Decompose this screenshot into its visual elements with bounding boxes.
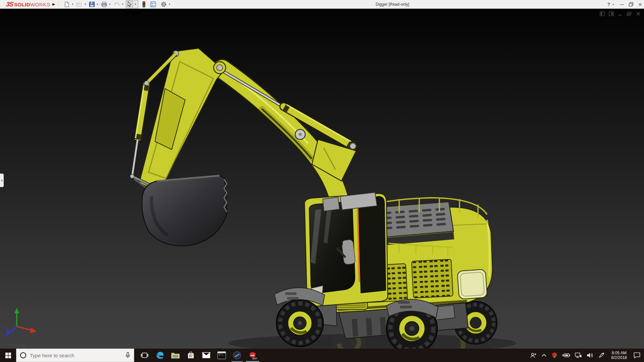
svg-text:2017: 2017 [252, 357, 257, 360]
boom-pin-center [299, 133, 302, 136]
solidworks-logo: 3S SOLID WORKS [0, 1, 50, 8]
menu-flyout-arrow-icon[interactable]: ▶ [52, 2, 55, 6]
view-orientation-label: *Dimetric [7, 343, 26, 348]
new-document-button[interactable] [63, 1, 70, 8]
undo-icon [113, 1, 120, 7]
y-axis-arrow [14, 308, 19, 313]
taskbar-item-edge[interactable] [152, 349, 168, 362]
undo-button[interactable] [113, 1, 120, 8]
microphone-icon[interactable] [125, 352, 130, 359]
new-document-icon [64, 1, 70, 7]
command-prompt-icon: C:\_ [217, 351, 226, 359]
chevron-up-icon[interactable] [541, 354, 547, 357]
restore-button[interactable] [629, 2, 634, 7]
edrawings-icon [233, 351, 241, 360]
taskbar-item-solidworks[interactable]: SW 2017 [245, 349, 260, 362]
taskbar-item-command-prompt[interactable]: C:\_ [214, 349, 229, 362]
svg-text:C:\_: C:\_ [219, 354, 225, 356]
save-button[interactable] [89, 1, 95, 8]
windows-logo-icon [5, 353, 11, 358]
fender-step-3 [398, 301, 410, 304]
solidworks-monitor-shield-icon[interactable] [551, 352, 558, 359]
orientation-triad: Z [3, 306, 40, 338]
file-explorer-icon [171, 352, 180, 359]
print-button[interactable] [101, 1, 108, 8]
window-controls: ? ▾ — ✕ [607, 0, 642, 9]
svg-text:SW: SW [250, 354, 255, 357]
options-gear-icon [160, 1, 167, 8]
close-button[interactable]: ✕ [638, 2, 642, 7]
system-tray: 8:05 AM 8/2/2018 [530, 349, 644, 362]
print-caret[interactable]: ▾ [108, 3, 112, 6]
pen-icon[interactable] [598, 352, 605, 359]
property-list-button[interactable] [150, 1, 157, 8]
front-left-wheel [276, 300, 323, 347]
people-icon[interactable] [530, 352, 537, 358]
options-caret[interactable]: ▾ [168, 3, 172, 6]
dipper-arm [139, 48, 226, 192]
fender-step-2 [287, 297, 299, 300]
minimize-button[interactable]: — [620, 2, 624, 6]
boom-arm [218, 66, 339, 201]
fender-step-1 [285, 292, 297, 295]
windows-taskbar: C:\_ SW 2017 [0, 349, 644, 362]
open-document-caret[interactable]: ▾ [84, 3, 88, 6]
quick-access-toolbar: ▾ ▾ ▾ [63, 0, 172, 8]
task-view-icon [141, 352, 148, 359]
undo-caret[interactable]: ▾ [121, 3, 125, 6]
property-list-icon [150, 1, 156, 7]
taskbar-clock[interactable]: 8:05 AM 8/2/2018 [609, 351, 629, 360]
save-caret[interactable]: ▾ [96, 3, 100, 6]
select-arrow-icon [126, 1, 133, 8]
graphics-viewport[interactable]: Z *Dimetric [0, 9, 644, 349]
titlebar: 3S SOLID WORKS ▶ ▾ ▾ [0, 0, 644, 9]
open-document-icon [76, 1, 83, 7]
volume-icon[interactable] [586, 352, 594, 358]
store-icon [187, 351, 195, 359]
mail-icon [202, 352, 211, 359]
new-document-caret[interactable]: ▾ [71, 3, 75, 6]
help-caret[interactable]: ▾ [611, 3, 615, 6]
taskbar-search[interactable] [16, 349, 134, 362]
digger-3d-model[interactable] [0, 9, 644, 349]
taskbar-item-mail[interactable] [199, 349, 214, 362]
taskbar-item-edrawings[interactable] [229, 349, 245, 362]
taskbar-app-icons: C:\_ SW 2017 [137, 349, 260, 362]
network-display-icon[interactable] [575, 352, 582, 358]
fender-step-4 [400, 306, 412, 308]
window-title: Digger [Read-only] [376, 2, 409, 7]
bucket [142, 176, 227, 246]
toolbar-separator [58, 1, 59, 8]
taskbar-item-store[interactable] [183, 349, 199, 362]
cab [305, 192, 388, 306]
start-button[interactable] [0, 349, 16, 362]
edge-icon [156, 351, 164, 360]
cortana-circle-icon [20, 352, 26, 359]
select-tool-caret[interactable]: ▾ [134, 0, 138, 8]
task-view-button[interactable] [137, 349, 152, 362]
engine-radiator-grid [378, 202, 454, 245]
open-document-button[interactable] [75, 1, 83, 8]
battery-icon[interactable] [562, 353, 570, 358]
options-button[interactable] [160, 0, 167, 8]
clock-time: 8:05 AM [611, 351, 627, 355]
solidworks-logo-mark: 3S [5, 1, 13, 8]
search-input[interactable] [30, 353, 122, 358]
help-button[interactable]: ? [607, 2, 610, 7]
selection-stoplight-button[interactable] [142, 0, 146, 8]
rear-window [457, 269, 487, 299]
select-tool-button[interactable] [126, 0, 133, 8]
x-axis-arrow [30, 328, 37, 333]
solidworks-2017-icon: SW 2017 [248, 351, 257, 360]
selection-stoplight-icon [142, 1, 146, 8]
taskbar-item-file-explorer[interactable] [168, 349, 183, 362]
save-icon [89, 1, 95, 7]
z-axis-label: Z [5, 326, 8, 331]
action-center-icon[interactable] [633, 352, 641, 359]
clock-date: 8/2/2018 [611, 355, 627, 360]
print-icon [101, 1, 107, 7]
